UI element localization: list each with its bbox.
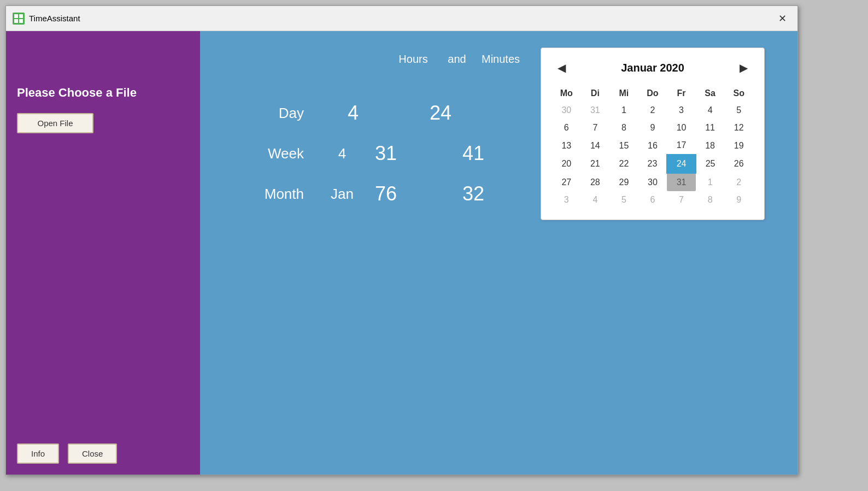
calendar-day[interactable]: 12	[724, 119, 753, 137]
calendar-day[interactable]: 29	[609, 173, 638, 191]
window-body: Please Choose a File Open File Info Clos…	[6, 31, 797, 475]
calendar-grid: Mo Di Mi Do Fr Sa So 3031123456789101112…	[552, 85, 753, 209]
calendar-day[interactable]: 8	[696, 191, 725, 209]
calendar-day[interactable]: 27	[552, 173, 581, 191]
calendar-day[interactable]: 18	[696, 137, 725, 155]
calendar-day[interactable]: 4	[581, 191, 610, 209]
sidebar-bottom-buttons: Info Close	[17, 443, 189, 464]
weekday-mo: Mo	[552, 85, 581, 102]
calendar-day[interactable]: 3	[667, 102, 696, 119]
main-window: TimeAssistant ✕ Please Choose a File Ope…	[5, 5, 798, 475]
calendar-day[interactable]: 8	[609, 119, 638, 137]
calendar-day[interactable]: 22	[609, 155, 638, 173]
week-minutes: 41	[446, 142, 501, 165]
calendar-day[interactable]: 24	[667, 155, 696, 173]
title-bar: TimeAssistant ✕	[6, 6, 797, 31]
day-hours: 4	[326, 102, 380, 125]
app-icon	[13, 13, 25, 25]
svg-rect-4	[19, 19, 23, 23]
calendar-day[interactable]: 5	[609, 191, 638, 209]
open-file-button[interactable]: Open File	[17, 113, 93, 133]
week-sub: 4	[326, 145, 359, 162]
weekday-di: Di	[581, 85, 610, 102]
calendar-day[interactable]: 7	[667, 191, 696, 209]
calendar-day[interactable]: 2	[724, 173, 753, 191]
calendar-day[interactable]: 28	[581, 173, 610, 191]
calendar-day[interactable]: 9	[638, 119, 667, 137]
calendar-header: ◀ Januar 2020 ▶	[552, 59, 753, 76]
sidebar: Please Choose a File Open File Info Clos…	[6, 31, 200, 475]
calendar-day[interactable]: 30	[638, 173, 667, 191]
calendar-day[interactable]: 14	[581, 137, 610, 155]
weekday-mi: Mi	[609, 85, 638, 102]
svg-rect-1	[14, 14, 18, 18]
calendar-day[interactable]: 17	[667, 137, 696, 155]
svg-rect-3	[14, 19, 18, 23]
day-minutes: 24	[413, 102, 468, 125]
month-label: Month	[233, 186, 304, 203]
calendar-day[interactable]: 4	[696, 102, 725, 119]
calendar-day[interactable]: 3	[552, 191, 581, 209]
calendar-day[interactable]: 13	[552, 137, 581, 155]
calendar-day[interactable]: 6	[638, 191, 667, 209]
sidebar-heading: Please Choose a File	[17, 86, 189, 100]
calendar-weekdays: Mo Di Mi Do Fr Sa So	[552, 85, 753, 102]
day-label: Day	[233, 105, 304, 122]
calendar-day[interactable]: 15	[609, 137, 638, 155]
calendar-day[interactable]: 9	[724, 191, 753, 209]
month-minutes: 32	[446, 182, 501, 205]
calendar-day[interactable]: 2	[638, 102, 667, 119]
close-window-button[interactable]: ✕	[774, 11, 791, 26]
header-and: and	[441, 53, 473, 66]
calendar-prev-button[interactable]: ◀	[552, 59, 571, 76]
calendar-day[interactable]: 5	[724, 102, 753, 119]
calendar: ◀ Januar 2020 ▶ Mo Di Mi Do Fr Sa So	[541, 48, 765, 220]
calendar-day[interactable]: 11	[696, 119, 725, 137]
weekday-fr: Fr	[667, 85, 696, 102]
month-sub: Jan	[326, 186, 359, 203]
calendar-day[interactable]: 19	[724, 137, 753, 155]
calendar-day[interactable]: 6	[552, 119, 581, 137]
week-hours: 31	[359, 142, 413, 165]
calendar-day[interactable]: 25	[696, 155, 725, 173]
main-content: Hours and Minutes Day 4 24 Week 4 31 41	[200, 31, 797, 475]
calendar-day[interactable]: 10	[667, 119, 696, 137]
header-hours: Hours	[386, 53, 441, 66]
close-button[interactable]: Close	[68, 443, 117, 464]
header-minutes: Minutes	[473, 53, 528, 66]
calendar-day[interactable]: 31	[667, 173, 696, 191]
weekday-sa: Sa	[696, 85, 725, 102]
weekday-so: So	[724, 85, 753, 102]
calendar-next-button[interactable]: ▶	[734, 59, 753, 76]
calendar-title: Januar 2020	[621, 62, 684, 74]
calendar-day[interactable]: 26	[724, 155, 753, 173]
calendar-day[interactable]: 30	[552, 102, 581, 119]
calendar-day[interactable]: 16	[638, 137, 667, 155]
calendar-day[interactable]: 1	[696, 173, 725, 191]
info-button[interactable]: Info	[17, 443, 59, 464]
week-label: Week	[233, 145, 304, 162]
calendar-day[interactable]: 1	[609, 102, 638, 119]
calendar-day[interactable]: 7	[581, 119, 610, 137]
svg-rect-2	[19, 14, 23, 18]
window-title: TimeAssistant	[29, 14, 774, 23]
calendar-day[interactable]: 20	[552, 155, 581, 173]
month-hours: 76	[359, 182, 413, 205]
calendar-day[interactable]: 21	[581, 155, 610, 173]
calendar-body: 3031123456789101112131415161718192021222…	[552, 102, 753, 209]
calendar-day[interactable]: 31	[581, 102, 610, 119]
weekday-do: Do	[638, 85, 667, 102]
calendar-day[interactable]: 23	[638, 155, 667, 173]
